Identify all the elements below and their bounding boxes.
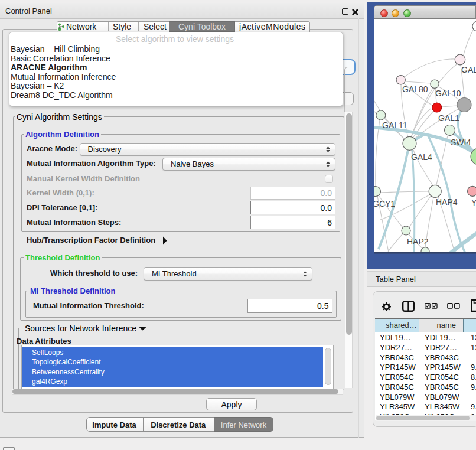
svg-text:GAL1: GAL1 (438, 113, 459, 123)
svg-text:GCY1: GCY1 (374, 199, 395, 208)
svg-text:GAL80: GAL80 (402, 84, 428, 94)
svg-text:GAL4: GAL4 (411, 152, 432, 161)
svg-text:HAP4: HAP4 (436, 197, 458, 206)
svg-text:SWI4: SWI4 (451, 137, 471, 146)
svg-text:GAL11: GAL11 (382, 120, 407, 130)
svg-text:Y: Y (471, 197, 476, 207)
svg-text:GAL10: GAL10 (435, 89, 461, 98)
svg-text:HAP2: HAP2 (407, 236, 429, 246)
svg-text:GAL7: GAL7 (461, 65, 476, 74)
